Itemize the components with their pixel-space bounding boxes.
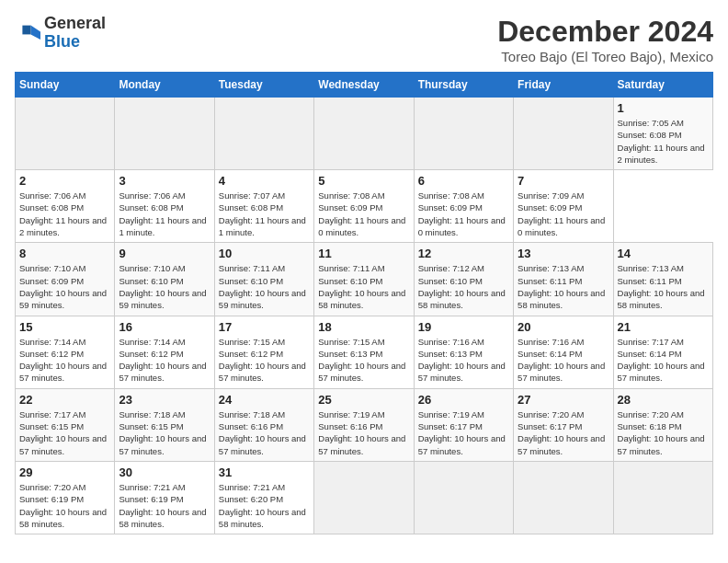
logo: General Blue [15, 15, 106, 52]
day-header-sunday: Sunday [16, 73, 115, 98]
calendar-week-6: 29Sunrise: 7:20 AMSunset: 6:19 PMDayligh… [16, 461, 713, 534]
empty-cell [514, 461, 613, 534]
calendar-day-17: 17Sunrise: 7:15 AMSunset: 6:12 PMDayligh… [214, 316, 313, 388]
calendar-day-27: 27Sunrise: 7:20 AMSunset: 6:17 PMDayligh… [514, 388, 613, 461]
logo-line1: General [44, 15, 106, 33]
calendar-day-22: 22Sunrise: 7:17 AMSunset: 6:15 PMDayligh… [16, 388, 115, 461]
calendar-day-18: 18Sunrise: 7:15 AMSunset: 6:13 PMDayligh… [314, 316, 414, 388]
calendar-day-2: 2Sunrise: 7:06 AMSunset: 6:08 PMDaylight… [16, 170, 115, 243]
calendar-day-16: 16Sunrise: 7:14 AMSunset: 6:12 PMDayligh… [115, 316, 214, 388]
empty-cell [514, 98, 613, 170]
calendar-day-21: 21Sunrise: 7:17 AMSunset: 6:14 PMDayligh… [613, 316, 712, 388]
empty-cell [613, 461, 712, 534]
empty-cell [16, 98, 115, 170]
empty-cell [414, 461, 513, 534]
calendar-day-30: 30Sunrise: 7:21 AMSunset: 6:19 PMDayligh… [115, 461, 214, 534]
calendar-day-14: 14Sunrise: 7:13 AMSunset: 6:11 PMDayligh… [613, 243, 712, 316]
empty-cell [115, 98, 214, 170]
calendar-day-7: 7Sunrise: 7:09 AMSunset: 6:09 PMDaylight… [514, 170, 613, 243]
calendar-day-4: 4Sunrise: 7:07 AMSunset: 6:08 PMDaylight… [214, 170, 313, 243]
day-header-wednesday: Wednesday [314, 73, 414, 98]
calendar-day-11: 11Sunrise: 7:11 AMSunset: 6:10 PMDayligh… [314, 243, 414, 316]
calendar-body: 1Sunrise: 7:05 AMSunset: 6:08 PMDaylight… [16, 98, 713, 534]
calendar-table: SundayMondayTuesdayWednesdayThursdayFrid… [15, 72, 713, 534]
calendar-day-3: 3Sunrise: 7:06 AMSunset: 6:08 PMDaylight… [115, 170, 214, 243]
logo-line2: Blue [44, 33, 106, 52]
calendar-day-28: 28Sunrise: 7:20 AMSunset: 6:18 PMDayligh… [613, 388, 712, 461]
calendar-day-10: 10Sunrise: 7:11 AMSunset: 6:10 PMDayligh… [214, 243, 313, 316]
logo-icon [15, 20, 40, 46]
calendar-day-8: 8Sunrise: 7:10 AMSunset: 6:09 PMDaylight… [16, 243, 115, 316]
calendar-day-9: 9Sunrise: 7:10 AMSunset: 6:10 PMDaylight… [115, 243, 214, 316]
empty-cell [314, 98, 414, 170]
day-header-tuesday: Tuesday [214, 73, 313, 98]
calendar-day-12: 12Sunrise: 7:12 AMSunset: 6:10 PMDayligh… [414, 243, 513, 316]
calendar-day-5: 5Sunrise: 7:08 AMSunset: 6:09 PMDaylight… [314, 170, 414, 243]
calendar-week-1: 1Sunrise: 7:05 AMSunset: 6:08 PMDaylight… [16, 98, 713, 170]
calendar-week-2: 2Sunrise: 7:06 AMSunset: 6:08 PMDaylight… [16, 170, 713, 243]
header: General Blue December 2024 Toreo Bajo (E… [15, 15, 713, 64]
calendar-day-24: 24Sunrise: 7:18 AMSunset: 6:16 PMDayligh… [214, 388, 313, 461]
calendar-day-20: 20Sunrise: 7:16 AMSunset: 6:14 PMDayligh… [514, 316, 613, 388]
page-title: December 2024 [497, 15, 713, 49]
calendar-day-26: 26Sunrise: 7:19 AMSunset: 6:17 PMDayligh… [414, 388, 513, 461]
calendar-day-25: 25Sunrise: 7:19 AMSunset: 6:16 PMDayligh… [314, 388, 414, 461]
page-subtitle: Toreo Bajo (El Toreo Bajo), Mexico [497, 49, 713, 64]
empty-cell [214, 98, 313, 170]
empty-cell [414, 98, 513, 170]
title-area: December 2024 Toreo Bajo (El Toreo Bajo)… [497, 15, 713, 64]
calendar-day-29: 29Sunrise: 7:20 AMSunset: 6:19 PMDayligh… [16, 461, 115, 534]
day-header-friday: Friday [514, 73, 613, 98]
calendar-day-31: 31Sunrise: 7:21 AMSunset: 6:20 PMDayligh… [214, 461, 313, 534]
calendar-day-23: 23Sunrise: 7:18 AMSunset: 6:15 PMDayligh… [115, 388, 214, 461]
calendar-day-6: 6Sunrise: 7:08 AMSunset: 6:09 PMDaylight… [414, 170, 513, 243]
day-header-thursday: Thursday [414, 73, 513, 98]
calendar-day-1: 1Sunrise: 7:05 AMSunset: 6:08 PMDaylight… [613, 98, 712, 170]
calendar-day-19: 19Sunrise: 7:16 AMSunset: 6:13 PMDayligh… [414, 316, 513, 388]
svg-marker-2 [22, 25, 30, 34]
calendar-day-15: 15Sunrise: 7:14 AMSunset: 6:12 PMDayligh… [16, 316, 115, 388]
day-header-monday: Monday [115, 73, 214, 98]
calendar-week-3: 8Sunrise: 7:10 AMSunset: 6:09 PMDaylight… [16, 243, 713, 316]
header-row: SundayMondayTuesdayWednesdayThursdayFrid… [16, 73, 713, 98]
calendar-header: SundayMondayTuesdayWednesdayThursdayFrid… [16, 73, 713, 98]
day-header-saturday: Saturday [613, 73, 712, 98]
calendar-day-13: 13Sunrise: 7:13 AMSunset: 6:11 PMDayligh… [514, 243, 613, 316]
calendar-week-5: 22Sunrise: 7:17 AMSunset: 6:15 PMDayligh… [16, 388, 713, 461]
empty-cell [314, 461, 414, 534]
calendar-week-4: 15Sunrise: 7:14 AMSunset: 6:12 PMDayligh… [16, 316, 713, 388]
